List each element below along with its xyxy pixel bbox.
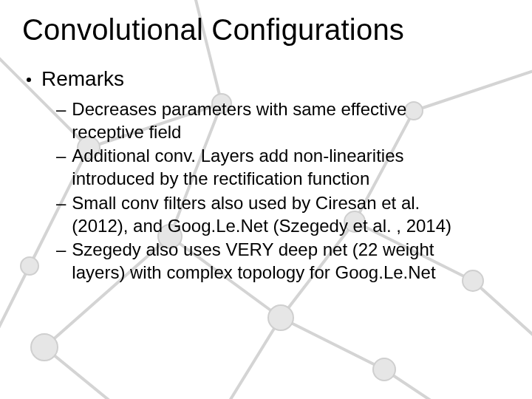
sub-bullet-list: – Decreases parameters with same effecti… (56, 98, 480, 284)
bullet-level1: Remarks (27, 67, 510, 91)
svg-point-26 (373, 358, 395, 381)
list-item-text: Additional conv. Layers add non-linearit… (72, 145, 480, 190)
svg-line-13 (473, 281, 532, 347)
svg-line-8 (281, 318, 384, 369)
list-item: – Small conv filters also used by Ciresa… (56, 192, 480, 237)
dash-icon: – (56, 145, 66, 168)
slide-title: Convolutional Configurations (22, 13, 510, 47)
slide-content: Convolutional Configurations Remarks – D… (0, 0, 532, 284)
list-item: – Additional conv. Layers add non-linear… (56, 145, 480, 190)
slide: Convolutional Configurations Remarks – D… (0, 0, 532, 399)
svg-line-15 (44, 347, 126, 399)
svg-point-21 (31, 334, 58, 361)
dash-icon: – (56, 98, 66, 121)
dash-icon: – (56, 192, 66, 215)
dash-icon: – (56, 239, 66, 262)
bullet-level1-label: Remarks (41, 67, 124, 91)
list-item: – Szegedy also uses VERY deep net (22 we… (56, 239, 480, 284)
svg-point-22 (268, 305, 293, 330)
list-item: – Decreases parameters with same effecti… (56, 98, 480, 143)
list-item-text: Szegedy also uses VERY deep net (22 weig… (72, 239, 480, 284)
list-item-text: Decreases parameters with same effective… (72, 98, 480, 143)
svg-line-7 (222, 318, 281, 399)
bullet-dot-icon (27, 78, 31, 82)
svg-line-16 (384, 369, 451, 399)
list-item-text: Small conv filters also used by Ciresan … (72, 192, 480, 237)
